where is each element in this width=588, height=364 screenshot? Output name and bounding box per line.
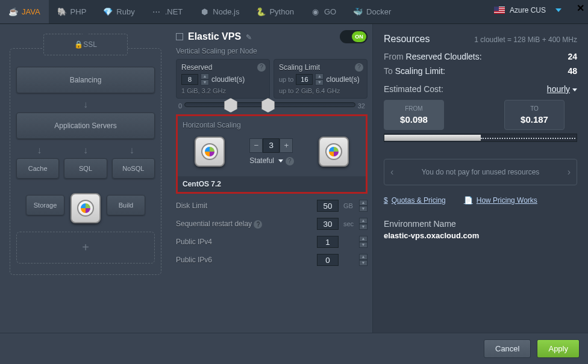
layer-icon	[176, 33, 183, 40]
ipv6-spinner[interactable]: ▲▼	[359, 254, 367, 266]
vps-title: Elastic VPS	[188, 31, 241, 42]
close-button[interactable]: ✕	[577, 2, 584, 14]
os-label: CentOS 7.2	[178, 176, 366, 192]
resources-panel: Resources 1 cloudlet = 128 MiB + 400 MHz…	[372, 24, 588, 333]
limit-card: Scaling Limit ? up to ▲▼ cloudlet(s) up …	[274, 59, 367, 99]
to-price-card: TO $0.187	[504, 100, 565, 130]
tab-ruby[interactable]: 💎Ruby	[95, 0, 143, 23]
help-icon[interactable]: ?	[257, 63, 266, 72]
limit-input[interactable]	[296, 74, 313, 85]
slider-handle-reserved[interactable]	[224, 98, 237, 113]
price-bar	[384, 134, 577, 142]
topology-column: 🔒 SSL Balancing ↓ Application Servers ↓ …	[0, 24, 171, 333]
restart-spinner[interactable]: ▲▼	[359, 218, 367, 230]
dotnet-icon: ⋯	[152, 7, 161, 17]
info-carousel: ‹ You do not pay for unused resources ›	[384, 159, 577, 185]
arrow-down-icon: ↓	[83, 145, 88, 156]
disk-spinner[interactable]: ▲▼	[359, 200, 367, 212]
python-icon: 🐍	[256, 7, 266, 17]
dialog-footer: Cancel Apply	[0, 333, 588, 364]
centos-icon	[201, 143, 218, 160]
restart-delay-input[interactable]	[317, 218, 339, 230]
lock-icon: 🔒	[74, 40, 81, 48]
arrow-down-icon: ↓	[16, 99, 155, 110]
nodejs-icon: ⬢	[199, 7, 209, 17]
cloudlet-slider[interactable]	[184, 102, 355, 107]
horizontal-scaling-section: Horizontal Scaling − + Stateful ?	[176, 114, 367, 194]
centos-icon	[77, 200, 94, 217]
help-icon[interactable]: ?	[254, 220, 262, 229]
resources-title: Resources	[384, 34, 430, 45]
node-count-stepper: − +	[249, 138, 293, 153]
quotas-pricing-link[interactable]: $Quotas & Pricing	[384, 196, 446, 205]
nosql-node[interactable]: NoSQL	[112, 158, 155, 179]
period-select[interactable]: hourly	[547, 84, 577, 94]
slider-handle-limit[interactable]	[261, 98, 275, 113]
config-column: Elastic VPS ✎ ON Vertical Scaling per No…	[171, 24, 372, 333]
cancel-button[interactable]: Cancel	[484, 339, 531, 358]
node-count-input[interactable]	[263, 138, 280, 153]
carousel-next[interactable]: ›	[568, 167, 571, 177]
vps-node-selected[interactable]	[70, 193, 101, 223]
ipv6-input[interactable]	[317, 254, 339, 266]
pencil-icon[interactable]: ✎	[246, 33, 253, 40]
add-node-button[interactable]: +	[16, 232, 155, 264]
decrement-button[interactable]: −	[249, 138, 263, 153]
scaling-limit-value: 48	[568, 66, 577, 76]
tab-python[interactable]: 🐍Python	[248, 0, 302, 23]
php-icon: 🐘	[57, 7, 67, 17]
reserved-cloudlets-value: 24	[568, 52, 577, 61]
region-label: Azure CUS	[510, 6, 546, 14]
ipv4-spinner[interactable]: ▲▼	[359, 236, 367, 248]
vps-toggle[interactable]: ON	[340, 30, 367, 43]
document-icon: 📄	[464, 196, 473, 205]
centos-icon	[325, 143, 342, 160]
node-instance-icon[interactable]	[319, 137, 349, 167]
apply-button[interactable]: Apply	[537, 339, 580, 358]
tab-dotnet[interactable]: ⋯.NET	[143, 0, 192, 23]
ipv4-input[interactable]	[317, 236, 339, 248]
reserved-card: Reserved ? ▲▼ cloudlet(s) 1 GiB, 3.2 GHz	[176, 59, 270, 99]
from-price-card: FROM $0.098	[384, 100, 444, 130]
flag-us-icon	[494, 7, 505, 14]
java-icon: ☕	[8, 7, 18, 17]
reserved-input[interactable]	[181, 74, 198, 85]
tab-nodejs[interactable]: ⬢Node.js	[191, 0, 248, 23]
arrow-down-icon: ↓	[130, 145, 134, 156]
build-node[interactable]: Build	[107, 195, 145, 215]
arrow-down-icon: ↓	[37, 145, 42, 156]
docker-icon: 🐳	[353, 7, 363, 17]
node-instance-icon[interactable]	[195, 137, 225, 167]
balancing-node[interactable]: Balancing	[16, 67, 155, 93]
tab-php[interactable]: 🐘PHP	[49, 0, 95, 23]
limit-spinner[interactable]: ▲▼	[315, 73, 324, 85]
help-icon[interactable]: ?	[286, 157, 294, 165]
how-pricing-link[interactable]: 📄How Pricing Works	[464, 196, 537, 205]
ssl-toggle[interactable]: 🔒 SSL	[43, 34, 128, 55]
scaling-mode-select[interactable]: Stateful ?	[249, 156, 293, 165]
storage-node[interactable]: Storage	[26, 195, 64, 215]
tab-docker[interactable]: 🐳Docker	[345, 0, 399, 23]
env-name-label: Environment Name	[384, 219, 577, 229]
carousel-prev[interactable]: ‹	[390, 167, 393, 177]
go-icon: ◉	[311, 7, 321, 17]
sql-node[interactable]: SQL	[64, 158, 107, 179]
region-select[interactable]: Azure CUS	[486, 0, 570, 20]
env-name-value: elastic-vps.oxacloud.com	[384, 231, 577, 240]
increment-button[interactable]: +	[280, 138, 293, 153]
chevron-down-icon	[572, 88, 577, 91]
cache-node[interactable]: Cache	[16, 158, 59, 179]
appservers-node[interactable]: Application Servers	[16, 113, 155, 139]
tab-go[interactable]: ◉GO	[302, 0, 345, 23]
language-tabs: ☕JAVA 🐘PHP 💎Ruby ⋯.NET ⬢Node.js 🐍Python …	[0, 0, 588, 24]
disk-limit-input[interactable]	[317, 200, 339, 212]
chevron-down-icon	[555, 8, 561, 12]
help-icon[interactable]: ?	[355, 63, 363, 72]
dollar-icon: $	[384, 196, 388, 205]
ruby-icon: 💎	[103, 7, 113, 17]
cloudlet-definition: 1 cloudlet = 128 MiB + 400 MHz	[474, 35, 577, 44]
tab-java[interactable]: ☕JAVA	[0, 0, 49, 23]
vscale-label: Vertical Scaling per Node	[176, 47, 367, 55]
chevron-down-icon	[278, 159, 283, 162]
reserved-spinner[interactable]: ▲▼	[201, 73, 209, 85]
